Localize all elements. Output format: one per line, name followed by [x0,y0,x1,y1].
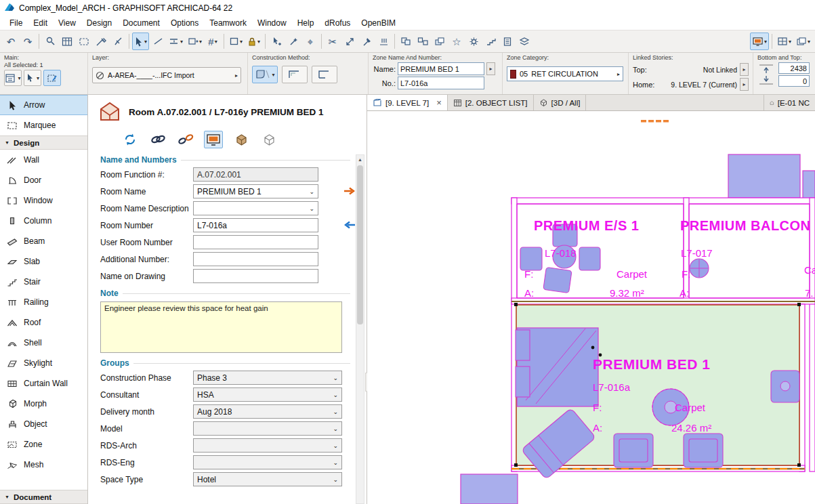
toolbox-item-stair[interactable]: Stair [0,272,87,292]
shaft-block-top-right[interactable] [728,154,815,203]
toolbox-item-window[interactable]: Window [0,190,87,211]
break-link-icon[interactable] [176,131,195,148]
tool-settings-dialog-button[interactable]: ▾ [4,70,22,86]
menu-view[interactable]: View [53,17,81,29]
home-story-dropdown-button[interactable]: ▸ [740,78,749,91]
push-value-arrow-icon[interactable] [343,186,356,198]
note-textarea[interactable]: Engineer please review this space for he… [100,301,342,353]
room-function-field[interactable]: A.07.02.001 [193,167,318,182]
display-order-button[interactable] [432,33,448,50]
lock-button[interactable]: ▾ [245,33,262,50]
grid-snap-button[interactable]: #▾ [205,33,221,50]
offset-tool-button[interactable]: ▾ [167,33,185,50]
toolbox-item-wall[interactable]: Wall [0,150,87,170]
layers-button[interactable] [516,33,532,50]
add-to-selection-button[interactable] [268,33,285,50]
wire-cube-icon[interactable] [259,131,278,148]
zone-update-button[interactable] [43,70,61,86]
ungroup-button[interactable] [415,33,431,50]
zone-stamp-premium-balcony[interactable]: PREMIUM BALCON L7-017 F: Ca A: 7. [680,218,815,299]
tab-elevation-e01[interactable]: [E-01 NC [764,95,815,110]
inject-parameters-icon[interactable] [110,33,126,50]
user-room-number-field[interactable] [193,235,318,249]
scroll-up-icon[interactable]: ▲ [358,155,362,164]
zone-number-input[interactable]: L7-016a [398,77,484,89]
shaft-block-bottom-left[interactable] [461,474,518,504]
close-tab-icon[interactable]: × [436,98,442,108]
settings-gear-button[interactable] [465,33,482,50]
arrow-tool-button[interactable]: ▾ [132,33,149,50]
toolbox-item-roof[interactable]: Roof [0,312,87,333]
furniture-bed[interactable] [516,328,598,406]
menu-design[interactable]: Design [81,17,117,29]
screen-view-options-button[interactable]: ▾ [750,33,769,50]
toolbox-item-curtain-wall[interactable]: Curtain Wall [0,373,87,394]
top-offset-input[interactable]: 2438 [778,62,810,74]
model-dropdown[interactable]: ⌄ [193,421,342,436]
toolbox-item-skylight[interactable]: Skylight [0,353,87,373]
magic-wand-button[interactable] [285,33,301,50]
resize-button[interactable] [341,33,358,50]
reference-line-method-button[interactable] [282,66,308,83]
menu-drofus[interactable]: dRofus [319,17,356,29]
zone-geometry-method-button[interactable]: ▾ [252,66,278,83]
zone-name-input[interactable]: PREMIUM BED 1 [398,62,484,75]
menu-openbim[interactable]: OpenBIM [356,17,401,29]
element-schedule-button[interactable] [59,33,75,50]
furniture-desk-chair[interactable] [771,371,799,402]
toolbox-item-morph[interactable]: Morph [0,394,87,414]
toolbox-item-zone[interactable]: Zone [0,434,87,455]
manual-boundary-method-button[interactable] [312,66,337,83]
panel-scrollbar[interactable]: ▲ [356,154,364,504]
name-on-drawing-field[interactable] [193,269,318,283]
menu-edit[interactable]: Edit [28,17,53,29]
scrollbar-thumb[interactable] [357,165,363,324]
delivery-month-dropdown[interactable]: Aug 2018⌄ [193,404,342,419]
toolbox-group-design[interactable]: ▼ Design [0,135,87,150]
layer-dropdown[interactable]: A-AREA-____-...IFC Import ▸ [92,67,241,83]
furniture-balcony-table[interactable] [690,259,709,278]
space-type-dropdown[interactable]: Hotel⌄ [193,472,342,486]
consultant-dropdown[interactable]: HSA⌄ [193,387,342,402]
toolbox-item-mesh[interactable]: Mesh [0,455,87,475]
menu-teamwork[interactable]: Teamwork [204,17,252,29]
trim-button[interactable] [358,33,375,50]
toolbox-item-slab[interactable]: Slab [0,251,87,272]
zone-category-dropdown[interactable]: 05 RET CIRCULATION ▸ [507,66,623,81]
toolbox-item-door[interactable]: Door [0,170,87,190]
rds-eng-dropdown[interactable]: ⌄ [193,455,342,469]
additional-number-field[interactable] [193,252,318,266]
menu-options[interactable]: Options [165,17,204,29]
solid-cube-icon[interactable] [232,131,251,148]
toolbox-item-railing[interactable]: Railing [0,292,87,312]
menu-file[interactable]: File [4,17,28,29]
navigator-button[interactable] [499,33,516,50]
toolbox-item-beam[interactable]: Beam [0,231,87,251]
undo-button[interactable]: ↶ [3,33,19,50]
toolbox-item-arrow[interactable]: Arrow [0,95,87,115]
room-name-dropdown[interactable]: PREMIUM BED 1⌄ [193,184,318,198]
monitor-view-icon[interactable] [204,131,223,148]
stories-button[interactable] [482,33,499,50]
frame-display-button[interactable]: ▾ [227,33,245,50]
toolbox-item-object[interactable]: Object [0,414,87,434]
selection-arrow-dropdown-button[interactable]: ▾ [24,70,41,86]
pick-up-parameters-icon[interactable] [93,33,109,50]
offset-all-edges-button[interactable]: ▾ [186,33,204,50]
split-button[interactable]: ✂ [325,33,341,50]
menu-window[interactable]: Window [252,17,292,29]
room-name-description-dropdown[interactable]: ⌄ [193,201,318,215]
toolbox-item-column[interactable]: Column [0,211,87,231]
group-button[interactable] [398,33,414,50]
construction-phase-dropdown[interactable]: Phase 3⌄ [193,371,342,385]
sync-icon[interactable] [121,131,140,148]
toolbox-item-marquee[interactable]: Marquee [0,115,87,135]
menu-help[interactable]: Help [292,17,320,29]
room-number-field[interactable]: L7-016a [193,218,318,232]
find-select-button[interactable] [42,33,58,50]
tab-3d-all[interactable]: [3D / All] [534,95,587,110]
floor-plan-canvas[interactable]: PREMIUM E/S 1 L7-018 F: Carpet A: 9.32 m… [367,111,815,504]
marquee-select-button[interactable] [76,33,92,50]
favorites-button[interactable]: ☆ [448,33,465,50]
link-icon[interactable] [148,131,167,148]
